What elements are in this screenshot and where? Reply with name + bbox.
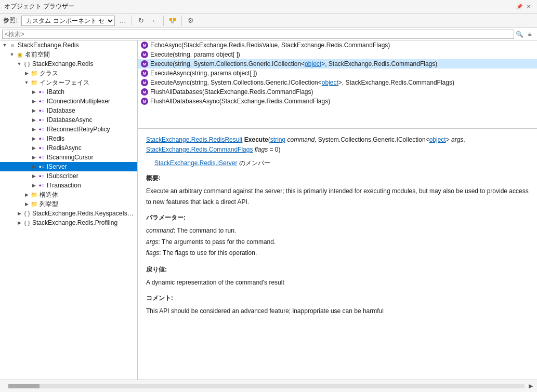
method-icon-execute-icollection: M <box>141 60 148 67</box>
expand-namespace-folder[interactable]: ▼ <box>8 50 16 59</box>
expand-iserver[interactable]: ▶ <box>30 162 37 171</box>
tree-item-isubscriber[interactable]: ▶ ●○ ISubscriber <box>0 171 137 181</box>
expand-ibatch[interactable]: ▶ <box>30 87 37 97</box>
tree-item-iredis[interactable]: ▶ ●○ IRedis <box>0 134 137 143</box>
expand-iconnmux[interactable]: ▶ <box>30 97 37 106</box>
tree-label-itransaction: ITransaction <box>47 182 81 189</box>
expand-class-folder[interactable]: ▶ <box>23 69 30 78</box>
method-item-executeasync-params[interactable]: M ExecuteAsync(string, params object[ ]) <box>138 69 537 78</box>
description-panel: StackExchange.Redis.RedisResult Execute(… <box>138 129 537 380</box>
interface-folder-icon: 📁 <box>30 78 38 87</box>
method-item-execute-icollection[interactable]: M Execute(string, System.Collections.Gen… <box>138 59 537 69</box>
desc-params-title: パラメーター: <box>146 213 529 222</box>
member-of-link[interactable]: StackExchange.Redis.IServer <box>154 159 237 167</box>
namespace-braces-icon: { } <box>23 60 31 68</box>
sig-link-object3[interactable]: object <box>429 136 446 143</box>
expand-root[interactable]: ▼ <box>1 40 8 50</box>
refresh-button[interactable]: ↻ <box>135 15 147 26</box>
expand-se-redis-ns[interactable]: ▼ <box>16 59 23 69</box>
iserver-icon: ●○ <box>37 163 46 171</box>
back-button[interactable]: ← <box>149 15 160 26</box>
expand-struct-folder[interactable]: ▶ <box>23 190 30 199</box>
reference-combo[interactable]: カスタム コンポーネント セット <box>21 16 115 26</box>
status-scrollbar[interactable] <box>8 384 525 388</box>
tree-item-class-folder[interactable]: ▶ 📁 クラス <box>0 69 137 78</box>
desc-param-flags: flags: The flags to use for this operati… <box>146 248 529 259</box>
sig-link-string[interactable]: string <box>270 136 285 143</box>
tree-item-keyspace-ns[interactable]: ▶ { } StackExchange.Redis.KeyspaceIsola.… <box>0 209 137 218</box>
tree-item-itransaction[interactable]: ▶ ●○ ITransaction <box>0 181 137 190</box>
tree-label-class-folder: クラス <box>40 69 58 78</box>
isubscriber-icon: ●○ <box>37 172 46 180</box>
tree-item-interface-folder[interactable]: ▼ 📁 インターフェイス <box>0 78 137 87</box>
expand-iscanningcursor[interactable]: ▶ <box>30 153 37 162</box>
expand-itransaction[interactable]: ▶ <box>30 181 37 190</box>
search-button[interactable]: 🔍 <box>514 29 525 39</box>
ellipsis-button[interactable]: … <box>117 15 128 26</box>
tree-label-idatabaseasync: IDatabaseAsync <box>47 116 92 124</box>
ireconnect-icon: ●○ <box>37 125 46 133</box>
close-button[interactable]: ✕ <box>525 3 533 11</box>
status-scrollbar-thumb <box>8 384 40 388</box>
sig-param-args: args <box>451 136 463 143</box>
tree-item-ibatch[interactable]: ▶ ●○ IBatch <box>0 87 137 97</box>
toolbar-separator-3 <box>181 16 182 26</box>
expand-iredisasync[interactable]: ▶ <box>30 143 37 153</box>
ibatch-icon: ●○ <box>37 88 46 96</box>
expand-profiling-ns[interactable]: ▶ <box>16 218 23 227</box>
idatabase-icon: ●○ <box>37 106 46 115</box>
expand-ireconnect[interactable]: ▶ <box>30 125 37 134</box>
tree-item-namespace-folder[interactable]: ▼ ▣ 名前空間 <box>0 50 137 59</box>
tree-item-iconnmux[interactable]: ▶ ●○ IConnectionMultiplexer <box>0 97 137 106</box>
method-item-execute-params[interactable]: M Execute(string, params object[ ]) <box>138 50 537 59</box>
filter-button[interactable]: ≡ <box>525 29 535 39</box>
class-view-button[interactable] <box>167 15 178 26</box>
expand-interface-folder[interactable]: ▼ <box>23 78 30 87</box>
expand-enum-folder[interactable]: ▶ <box>23 199 30 209</box>
tree-label-keyspace-ns: StackExchange.Redis.KeyspaceIsola... <box>32 210 135 217</box>
tree-item-iscanningcursor[interactable]: ▶ ●○ IScanningCursor <box>0 153 137 162</box>
type-link-object[interactable]: object <box>305 60 321 67</box>
tree-item-enum-folder[interactable]: ▶ 📁 列挙型 <box>0 199 137 209</box>
tree-item-idatabaseasync[interactable]: ▶ ●○ IDatabaseAsync <box>0 115 137 125</box>
sig-link-result[interactable]: StackExchange.Redis.RedisResult <box>146 136 242 143</box>
expand-idatabase[interactable]: ▶ <box>30 106 37 115</box>
expand-keyspace-ns[interactable]: ▶ <box>16 209 23 218</box>
iredisasync-icon: ●○ <box>37 144 46 152</box>
method-item-executeasync-icollection[interactable]: M ExecuteAsync(string, System.Collection… <box>138 78 537 87</box>
tree-item-profiling-ns[interactable]: ▶ { } StackExchange.Redis.Profiling <box>0 218 137 227</box>
member-of-suffix: のメンバー <box>239 159 270 167</box>
expand-idatabaseasync[interactable]: ▶ <box>30 115 37 125</box>
desc-param-args: args: The arguments to pass for the comm… <box>146 237 529 248</box>
method-text-flushallasync: FlushAllDatabasesAsync(StackExchange.Red… <box>150 98 330 105</box>
desc-param-command: command: The command to run. <box>146 225 529 237</box>
method-item-flushall[interactable]: M FlushAllDatabases(StackExchange.Redis.… <box>138 87 537 97</box>
expand-iredis[interactable]: ▶ <box>30 134 37 143</box>
sig-link-commandflags[interactable]: StackExchange.Redis.CommandFlags <box>146 146 253 153</box>
tree-item-idatabase[interactable]: ▶ ●○ IDatabase <box>0 106 137 115</box>
method-item-echoasync[interactable]: M EchoAsync(StackExchange.Redis.RedisVal… <box>138 40 537 50</box>
tree-item-ireconnect[interactable]: ▶ ●○ IReconnectRetryPolicy <box>0 125 137 134</box>
svg-rect-1 <box>173 18 176 21</box>
pin-button[interactable]: 📌 <box>515 3 523 11</box>
tree-item-se-redis-ns[interactable]: ▼ { } StackExchange.Redis <box>0 59 137 69</box>
assembly-icon: ■ <box>8 41 17 49</box>
search-input[interactable] <box>2 30 514 39</box>
tree-item-struct-folder[interactable]: ▶ 📁 構造体 <box>0 190 137 199</box>
methods-list: M EchoAsync(StackExchange.Redis.RedisVal… <box>138 40 537 129</box>
type-link-object2[interactable]: object <box>322 79 338 86</box>
main-content: ▼ ■ StackExchange.Redis ▼ ▣ 名前空間 ▼ { } S… <box>0 40 537 380</box>
method-item-flushallasync[interactable]: M FlushAllDatabasesAsync(StackExchange.R… <box>138 97 537 106</box>
expand-isubscriber[interactable]: ▶ <box>30 171 37 181</box>
tree-item-root[interactable]: ▼ ■ StackExchange.Redis <box>0 40 137 50</box>
status-nav-arrow[interactable]: ▶ <box>529 383 533 389</box>
settings-button[interactable]: ⚙ <box>185 15 197 26</box>
method-icon-executeasync-params: M <box>141 70 148 77</box>
tree-item-iserver[interactable]: ▶ ●○ IServer <box>0 162 137 171</box>
itransaction-icon: ●○ <box>37 181 46 190</box>
method-text-execute-icollection: Execute(string, System.Collections.Gener… <box>150 60 437 67</box>
method-text-echoasync: EchoAsync(StackExchange.Redis.RedisValue… <box>150 42 390 49</box>
class-folder-icon: 📁 <box>30 69 38 77</box>
sig-param-command: command <box>287 136 315 143</box>
tree-item-iredisasync[interactable]: ▶ ●○ IRedisAsync <box>0 143 137 153</box>
